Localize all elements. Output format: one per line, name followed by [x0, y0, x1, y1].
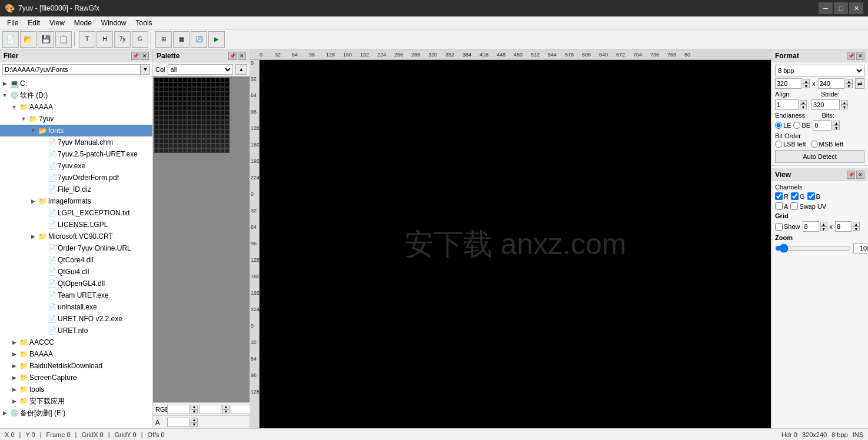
palette-cell[interactable] — [215, 111, 220, 115]
stride-input[interactable] — [812, 99, 840, 110]
palette-cell[interactable] — [206, 144, 211, 148]
palette-cell[interactable] — [173, 106, 178, 111]
palette-cell[interactable] — [168, 139, 173, 144]
palette-cell[interactable] — [164, 101, 168, 106]
palette-cell[interactable] — [201, 111, 206, 115]
toolbar-mode2[interactable]: ▶ — [208, 31, 225, 48]
palette-cell[interactable] — [182, 148, 187, 153]
palette-cell[interactable] — [220, 78, 225, 82]
bits-up[interactable]: ▲ — [833, 121, 840, 125]
palette-cell[interactable] — [187, 82, 192, 87]
palette-cell[interactable] — [178, 111, 182, 115]
palette-cell[interactable] — [215, 125, 220, 129]
palette-cell[interactable] — [192, 139, 197, 144]
swapuv-check[interactable] — [790, 202, 798, 210]
palette-cell[interactable] — [206, 139, 211, 144]
palette-cell[interactable] — [168, 120, 173, 125]
palette-cell[interactable] — [173, 111, 178, 115]
palette-cell[interactable] — [220, 101, 225, 106]
palette-cell[interactable] — [154, 148, 159, 153]
palette-cell[interactable] — [201, 125, 206, 129]
palette-cell[interactable] — [164, 96, 168, 101]
palette-cell[interactable] — [197, 125, 201, 129]
col-up-btn[interactable]: ▲ — [235, 64, 247, 75]
palette-cell[interactable] — [154, 129, 159, 134]
palette-cell[interactable] — [197, 139, 201, 144]
palette-cell[interactable] — [159, 120, 164, 125]
palette-cell[interactable] — [197, 106, 201, 111]
palette-cell[interactable] — [154, 115, 159, 120]
width-up[interactable]: ▲ — [803, 79, 810, 84]
stride-dn[interactable]: ▼ — [841, 105, 848, 109]
palette-cell[interactable] — [187, 92, 192, 96]
palette-cell[interactable] — [197, 129, 201, 134]
palette-cell[interactable] — [225, 78, 230, 82]
palette-cell[interactable] — [168, 106, 173, 111]
palette-cell[interactable] — [164, 129, 168, 134]
palette-cell[interactable] — [201, 144, 206, 148]
palette-cell[interactable] — [211, 134, 215, 139]
palette-cell[interactable] — [201, 78, 206, 82]
palette-cell[interactable] — [225, 87, 230, 92]
bits-dn[interactable]: ▼ — [833, 125, 840, 130]
a-channel-check[interactable] — [775, 202, 783, 210]
palette-cell[interactable] — [178, 139, 182, 144]
palette-cell[interactable] — [206, 111, 211, 115]
palette-cell[interactable] — [192, 92, 197, 96]
palette-cell[interactable] — [225, 92, 230, 96]
palette-cell[interactable] — [225, 148, 230, 153]
palette-cell[interactable] — [215, 139, 220, 144]
palette-cell[interactable] — [220, 106, 225, 111]
rgb-r-up[interactable]: ▲ — [191, 405, 198, 409]
tree-item-e[interactable]: ▶ 💿 备份[勿删] (E:) — [0, 407, 152, 419]
palette-cell[interactable] — [211, 120, 215, 125]
palette-cell[interactable] — [182, 101, 187, 106]
palette-cell[interactable] — [178, 120, 182, 125]
palette-cell[interactable] — [211, 106, 215, 111]
palette-cell[interactable] — [206, 148, 211, 153]
grid-h-up[interactable]: ▲ — [853, 222, 860, 226]
palette-cell[interactable] — [225, 134, 230, 139]
palette-cell[interactable] — [154, 96, 159, 101]
palette-cell[interactable] — [215, 129, 220, 134]
palette-cell[interactable] — [154, 144, 159, 148]
rgb-g-dn[interactable]: ▼ — [222, 409, 230, 414]
tree-item-screencapture[interactable]: ▶ 📁 ScreenCapture — [0, 372, 152, 384]
b-channel-check[interactable] — [807, 192, 815, 200]
palette-cell[interactable] — [187, 134, 192, 139]
palette-cell[interactable] — [164, 92, 168, 96]
palette-cell[interactable] — [201, 92, 206, 96]
tree-item-aaccc[interactable]: ▶ 📁 AACCC — [0, 336, 152, 348]
palette-cell[interactable] — [192, 129, 197, 134]
tree-item-uninstall[interactable]: 📄 uninstall.exe — [0, 301, 152, 313]
palette-cell[interactable] — [201, 106, 206, 111]
palette-cell[interactable] — [173, 87, 178, 92]
grid-h-input[interactable] — [835, 221, 852, 232]
palette-cell[interactable] — [225, 96, 230, 101]
palette-cell[interactable] — [182, 125, 187, 129]
palette-cell[interactable] — [178, 101, 182, 106]
tree-item-manual[interactable]: 📄 7yuv Manual.chm — [0, 136, 152, 148]
palette-cell[interactable] — [178, 87, 182, 92]
view-pin[interactable]: 📌 — [847, 171, 855, 179]
palette-cell[interactable] — [182, 106, 187, 111]
palette-cell[interactable] — [201, 129, 206, 134]
width-dn[interactable]: ▼ — [803, 84, 810, 88]
palette-cell[interactable] — [168, 87, 173, 92]
grid-w-up[interactable]: ▲ — [820, 222, 827, 226]
toolbar-b4[interactable]: G — [132, 31, 148, 48]
tree-item-qtgui[interactable]: 📄 QtGui4.dll — [0, 266, 152, 278]
palette-cell[interactable] — [215, 82, 220, 87]
height-up[interactable]: ▲ — [846, 79, 853, 84]
palette-cell[interactable] — [154, 120, 159, 125]
palette-cell[interactable] — [159, 111, 164, 115]
palette-cell[interactable] — [220, 148, 225, 153]
palette-cell[interactable] — [159, 96, 164, 101]
palette-cell[interactable] — [211, 87, 215, 92]
palette-cell[interactable] — [159, 134, 164, 139]
palette-pin[interactable]: 📌 — [228, 52, 237, 60]
palette-cell[interactable] — [187, 139, 192, 144]
palette-cell[interactable] — [225, 129, 230, 134]
palette-cell[interactable] — [164, 111, 168, 115]
menu-file[interactable]: File — [2, 16, 23, 29]
